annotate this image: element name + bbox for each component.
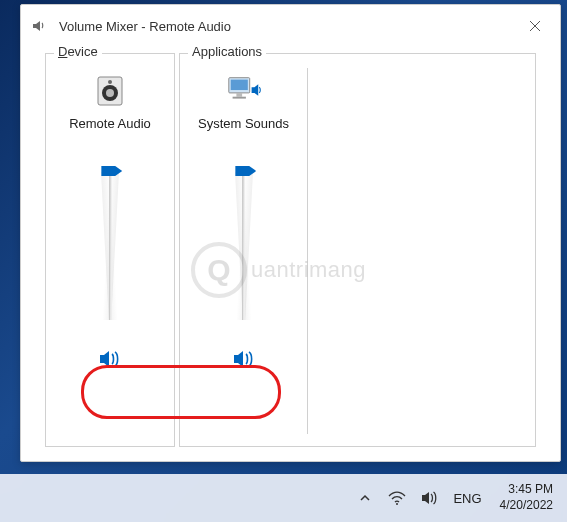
svg-point-3	[108, 80, 112, 84]
clock-date: 4/20/2022	[500, 498, 553, 514]
svg-point-8	[396, 503, 398, 505]
titlebar: Volume Mixer - Remote Audio	[21, 5, 560, 47]
applications-group: Applications System Sounds	[179, 53, 536, 447]
app-channel-label: System Sounds	[198, 116, 289, 152]
svg-point-2	[106, 89, 114, 97]
app-volume-slider[interactable]	[229, 164, 259, 324]
device-speaker-icon[interactable]	[91, 72, 129, 110]
volume-tray-icon[interactable]	[418, 487, 440, 509]
taskbar: ENG 3:45 PM 4/20/2022	[0, 474, 567, 522]
tray-overflow-chevron-icon[interactable]	[354, 487, 376, 509]
app-channel-system-sounds: System Sounds	[180, 68, 308, 434]
close-button[interactable]	[518, 11, 552, 41]
wifi-icon[interactable]	[386, 487, 408, 509]
applications-group-label: Applications	[188, 44, 266, 59]
clock-time: 3:45 PM	[500, 482, 553, 498]
speaker-on-icon	[232, 348, 256, 370]
svg-rect-7	[232, 97, 245, 99]
system-sounds-icon[interactable]	[225, 72, 263, 110]
speaker-app-icon	[31, 17, 49, 35]
slider-thumb-icon	[101, 164, 123, 178]
speaker-on-icon	[98, 348, 122, 370]
volume-mixer-window: Volume Mixer - Remote Audio Device Remot…	[20, 4, 561, 462]
window-content: Device Remote Audio	[21, 47, 560, 461]
device-channel: Remote Audio	[46, 68, 174, 372]
taskbar-clock[interactable]: 3:45 PM 4/20/2022	[500, 482, 553, 513]
svg-rect-5	[230, 80, 247, 90]
language-indicator[interactable]: ENG	[453, 491, 481, 506]
app-mute-button[interactable]	[230, 346, 258, 372]
window-title: Volume Mixer - Remote Audio	[59, 19, 518, 34]
device-group: Device Remote Audio	[45, 53, 175, 447]
device-channel-label: Remote Audio	[69, 116, 151, 152]
close-icon	[529, 20, 541, 32]
slider-thumb-icon	[235, 164, 257, 178]
device-group-label: Device	[54, 44, 102, 59]
svg-rect-6	[236, 93, 242, 97]
device-mute-button[interactable]	[96, 346, 124, 372]
device-volume-slider[interactable]	[95, 164, 125, 324]
